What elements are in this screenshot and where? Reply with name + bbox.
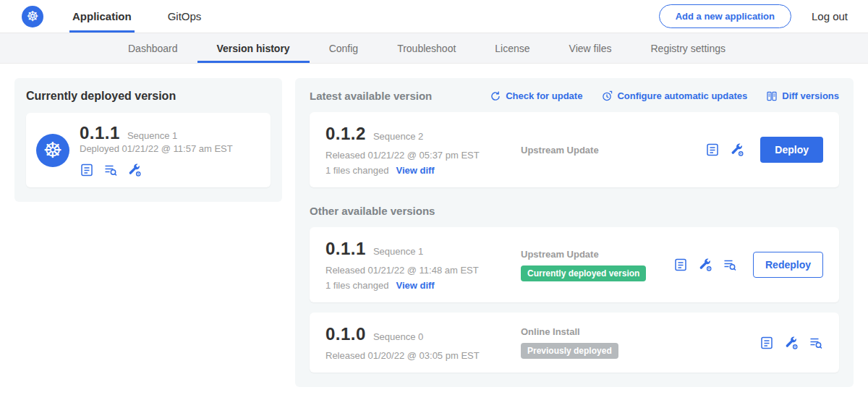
source-label: Online Install bbox=[521, 326, 760, 337]
deployed-version-card: ☸ 0.1.1 Sequence 1 Deployed 01/21/22 @ 1… bbox=[26, 113, 271, 187]
diff-versions-label: Diff versions bbox=[782, 90, 839, 101]
main-content: Currently deployed version ☸ 0.1.1 Seque… bbox=[0, 64, 868, 401]
view-diff-link[interactable]: View diff bbox=[396, 165, 434, 176]
subnav-item-registry-settings[interactable]: Registry settings bbox=[631, 33, 744, 63]
latest-available-title: Latest available version bbox=[310, 90, 432, 102]
subnav-label: Dashboard bbox=[128, 43, 178, 54]
subnav-item-view-files[interactable]: View files bbox=[550, 33, 631, 63]
available-header: Latest available version Check for updat… bbox=[310, 90, 839, 102]
deployed-version-info: 0.1.1 Sequence 1 Deployed 01/21/22 @ 11:… bbox=[80, 123, 233, 177]
view-diff-link[interactable]: View diff bbox=[396, 280, 434, 291]
deployed-sequence: Sequence 1 bbox=[127, 130, 177, 141]
version-row-0-1-2: 0.1.2 Sequence 2 Released 01/21/22 @ 05:… bbox=[310, 112, 839, 187]
currently-deployed-panel: Currently deployed version ☸ 0.1.1 Seque… bbox=[14, 78, 282, 202]
source-label: Upstream Update bbox=[521, 145, 705, 156]
version-sequence: Sequence 1 bbox=[373, 246, 423, 257]
check-for-update-link[interactable]: Check for update bbox=[490, 90, 582, 102]
deployed-actions bbox=[80, 163, 233, 177]
check-for-update-label: Check for update bbox=[506, 90, 582, 101]
version-number: 0.1.0 bbox=[326, 324, 366, 344]
release-notes-icon[interactable] bbox=[705, 143, 720, 157]
top-nav-bar: ☸ Application GitOps Add a new applicati… bbox=[0, 0, 868, 33]
released-timestamp: Released 01/20/22 @ 03:05 pm EST bbox=[326, 350, 515, 361]
source-label: Upstream Update bbox=[521, 249, 673, 260]
subnav-item-license[interactable]: License bbox=[475, 33, 549, 63]
version-actions: Deploy bbox=[705, 137, 823, 163]
version-source: Upstream Update bbox=[515, 145, 705, 156]
files-changed: 1 files changed bbox=[326, 280, 388, 291]
available-versions-panel: Latest available version Check for updat… bbox=[295, 78, 854, 387]
subnav-item-troubleshoot[interactable]: Troubleshoot bbox=[378, 33, 475, 63]
deploy-logs-icon[interactable] bbox=[723, 258, 737, 272]
release-notes-icon[interactable] bbox=[760, 336, 774, 350]
logout-button[interactable]: Log out bbox=[812, 10, 848, 22]
subnav-label: License bbox=[495, 43, 529, 54]
deployed-timestamp: Deployed 01/21/22 @ 11:57 am EST bbox=[80, 143, 233, 154]
diff-icon bbox=[766, 90, 778, 102]
redeploy-button[interactable]: Redeploy bbox=[753, 252, 823, 278]
tab-application[interactable]: Application bbox=[69, 0, 135, 33]
edit-config-icon[interactable] bbox=[127, 163, 142, 177]
app-sub-nav: Dashboard Version history Config Trouble… bbox=[0, 33, 868, 64]
subnav-label: Version history bbox=[217, 43, 290, 54]
edit-config-icon[interactable] bbox=[730, 143, 744, 157]
version-sequence: Sequence 2 bbox=[373, 131, 423, 142]
app-logo-icon: ☸ bbox=[36, 134, 69, 167]
version-row-0-1-0: 0.1.0 Sequence 0 Released 01/20/22 @ 03:… bbox=[310, 313, 839, 373]
tab-gitops-label: GitOps bbox=[168, 10, 202, 22]
version-actions bbox=[760, 336, 823, 350]
release-notes-icon[interactable] bbox=[673, 258, 688, 272]
subnav-item-config[interactable]: Config bbox=[310, 33, 378, 63]
currently-deployed-badge: Currently deployed version bbox=[521, 265, 646, 281]
diff-versions-link[interactable]: Diff versions bbox=[766, 90, 839, 102]
version-actions: Redeploy bbox=[673, 252, 823, 278]
other-versions-title: Other available versions bbox=[310, 205, 839, 217]
released-timestamp: Released 01/21/22 @ 11:48 am EST bbox=[326, 265, 515, 276]
version-source: Upstream Update Currently deployed versi… bbox=[515, 249, 673, 281]
version-info: 0.1.0 Sequence 0 Released 01/20/22 @ 03:… bbox=[326, 324, 515, 361]
deploy-logs-icon[interactable] bbox=[809, 336, 823, 350]
subnav-item-version-history[interactable]: Version history bbox=[197, 33, 310, 63]
version-row-0-1-1: 0.1.1 Sequence 1 Released 01/21/22 @ 11:… bbox=[310, 227, 839, 302]
deploy-logs-icon[interactable] bbox=[103, 163, 118, 177]
deployed-version-number: 0.1.1 bbox=[80, 123, 120, 143]
configure-auto-updates-label: Configure automatic updates bbox=[617, 90, 747, 101]
subnav-label: Registry settings bbox=[650, 43, 725, 54]
available-header-actions: Check for update Configure automatic upd… bbox=[490, 90, 839, 102]
auto-update-clock-icon bbox=[601, 90, 613, 102]
version-number: 0.1.2 bbox=[326, 124, 366, 144]
edit-config-icon[interactable] bbox=[784, 336, 799, 350]
subnav-label: Troubleshoot bbox=[397, 43, 456, 54]
release-notes-icon[interactable] bbox=[80, 163, 94, 177]
topbar-spacer bbox=[234, 0, 658, 33]
add-application-button[interactable]: Add a new application bbox=[659, 4, 791, 28]
kubernetes-logo-icon: ☸ bbox=[22, 6, 43, 27]
subnav-label: Config bbox=[329, 43, 358, 54]
refresh-icon bbox=[490, 90, 501, 102]
subnav-item-dashboard[interactable]: Dashboard bbox=[109, 33, 197, 63]
configure-auto-updates-link[interactable]: Configure automatic updates bbox=[601, 90, 747, 102]
tab-gitops[interactable]: GitOps bbox=[165, 0, 205, 33]
version-source: Online Install Previously deployed bbox=[515, 326, 760, 359]
tab-application-label: Application bbox=[72, 10, 132, 22]
currently-deployed-title: Currently deployed version bbox=[26, 90, 271, 103]
edit-config-icon[interactable] bbox=[698, 258, 712, 272]
version-number: 0.1.1 bbox=[326, 239, 366, 259]
released-timestamp: Released 01/21/22 @ 05:37 pm EST bbox=[326, 150, 515, 161]
files-changed: 1 files changed bbox=[326, 165, 388, 176]
deploy-button[interactable]: Deploy bbox=[760, 137, 823, 163]
version-info: 0.1.1 Sequence 1 Released 01/21/22 @ 11:… bbox=[326, 239, 515, 291]
version-info: 0.1.2 Sequence 2 Released 01/21/22 @ 05:… bbox=[326, 124, 515, 176]
version-sequence: Sequence 0 bbox=[373, 331, 423, 342]
previously-deployed-badge: Previously deployed bbox=[521, 343, 618, 359]
subnav-label: View files bbox=[569, 43, 612, 54]
